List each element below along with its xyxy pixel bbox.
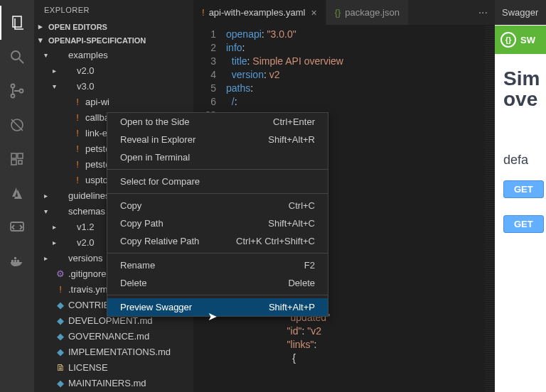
swagger-api-title: Simove: [503, 68, 540, 110]
svg-rect-14: [14, 260, 16, 262]
context-menu-item[interactable]: Open in Terminal: [107, 148, 328, 166]
folder-item[interactable]: ▸v2.0: [40, 62, 193, 78]
swagger-section-label[interactable]: defa: [503, 153, 540, 168]
sidebar-title: EXPLORER: [34, 0, 193, 20]
svg-rect-11: [18, 160, 22, 164]
file-item[interactable]: 🗎LICENSE: [40, 359, 193, 375]
debug-icon[interactable]: [0, 108, 34, 142]
svg-rect-0: [13, 16, 21, 27]
close-icon[interactable]: ×: [311, 7, 316, 18]
azure-icon[interactable]: [0, 176, 34, 210]
tab-bar: !api-with-examples.yaml×{}package.json··…: [193, 0, 495, 25]
files-icon[interactable]: [0, 6, 34, 40]
context-menu-item[interactable]: Preview SwaggerShift+Alt+P: [107, 298, 328, 316]
git-icon[interactable]: [0, 74, 34, 108]
swagger-preview-panel: Swagger {} SW Simove defa GET GET: [495, 0, 546, 392]
svg-point-1: [11, 51, 20, 60]
project-header[interactable]: ▾OPENAPI-SPECIFICATION: [34, 33, 193, 47]
context-menu-item[interactable]: DeleteDelete: [107, 274, 328, 292]
svg-rect-13: [11, 260, 14, 262]
swagger-get-button[interactable]: GET: [503, 215, 544, 233]
activity-bar: [0, 0, 34, 392]
open-editors-header[interactable]: ▸OPEN EDITORS: [34, 20, 193, 33]
svg-line-2: [19, 59, 23, 63]
file-item[interactable]: ◆GOVERNANCE.md: [40, 328, 193, 344]
context-menu-item[interactable]: Reveal in ExplorerShift+Alt+R: [107, 131, 328, 148]
context-menu-item[interactable]: Copy PathShift+Alt+C: [107, 214, 328, 232]
svg-rect-15: [17, 260, 19, 262]
editor-tab[interactable]: !api-with-examples.yaml×: [193, 0, 326, 25]
swagger-get-button[interactable]: GET: [503, 180, 544, 198]
file-item[interactable]: ◆IMPLEMENTATIONS.md: [40, 344, 193, 359]
svg-point-4: [11, 94, 15, 98]
context-menu-item[interactable]: RenameF2: [107, 256, 328, 274]
file-item[interactable]: !api-wi: [40, 94, 193, 109]
minimap[interactable]: [485, 25, 495, 392]
svg-rect-10: [11, 160, 16, 165]
context-menu-item[interactable]: Copy Relative PathCtrl+K Ctrl+Shift+C: [107, 232, 328, 250]
context-menu-item[interactable]: CopyCtrl+C: [107, 197, 328, 214]
docker-icon[interactable]: [0, 244, 34, 278]
svg-rect-9: [18, 153, 23, 158]
swagger-tab[interactable]: Swagger: [495, 0, 546, 25]
folder-item[interactable]: ▾v3.0: [40, 78, 193, 94]
svg-point-3: [11, 85, 15, 88]
svg-point-5: [20, 89, 23, 93]
editor-tab[interactable]: {}package.json: [326, 0, 409, 25]
context-menu: Open to the SideCtrl+EnterReveal in Expl…: [107, 112, 328, 317]
tab-actions-icon[interactable]: ···: [471, 0, 495, 25]
context-menu-item[interactable]: Select for Compare: [107, 173, 328, 190]
folder-item[interactable]: ▾examples: [40, 47, 193, 62]
svg-rect-16: [14, 257, 16, 259]
swagger-logo-icon: {}: [500, 32, 516, 48]
file-item[interactable]: ◆MAINTAINERS.md: [40, 375, 193, 391]
remote-icon[interactable]: [0, 210, 34, 244]
swagger-body: Simove defa GET GET: [495, 54, 546, 392]
context-menu-item[interactable]: Open to the SideCtrl+Enter: [107, 113, 328, 131]
svg-rect-8: [11, 153, 16, 158]
swagger-brand-bar: {} SW: [495, 26, 546, 54]
extensions-icon[interactable]: [0, 142, 34, 176]
search-icon[interactable]: [0, 40, 34, 74]
